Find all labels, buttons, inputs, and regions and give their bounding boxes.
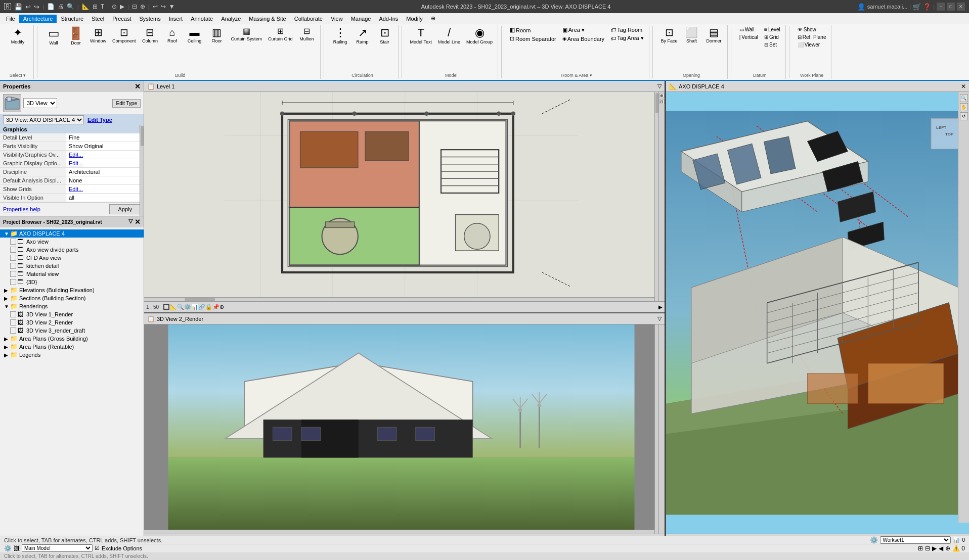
maximize-btn[interactable]: □ <box>947 3 955 11</box>
tb-icon10[interactable]: ⊕ <box>140 3 145 10</box>
close-btn[interactable]: ✕ <box>957 3 965 11</box>
filter-icon[interactable]: ⚙️ <box>4 545 12 552</box>
menu-massing[interactable]: Massing & Site <box>245 15 290 23</box>
status-tools-2[interactable]: ⊟ <box>925 545 930 552</box>
menu-precast[interactable]: Precast <box>108 15 135 23</box>
pb-item-area-gross[interactable]: ▶ 📁 Area Plans (Gross Building) <box>0 335 144 343</box>
by-face-btn[interactable]: ⊡ By Face <box>659 26 680 44</box>
status-tools-3[interactable]: ▶ <box>932 545 937 552</box>
menu-insert[interactable]: Insert <box>165 15 187 23</box>
tb-dropdown[interactable]: ▼ <box>169 3 175 10</box>
apply-button[interactable]: Apply <box>109 204 141 214</box>
pb-item-material[interactable]: 🗔 Material view <box>0 270 144 278</box>
axo-orbit-btn[interactable]: ↺ <box>960 112 968 120</box>
model-group-btn[interactable]: ◉ Model Group <box>464 26 495 45</box>
status-tools-4[interactable]: ◀ <box>939 545 943 552</box>
menu-steel[interactable]: Steel <box>87 15 108 23</box>
status-warning[interactable]: ⚠️ 0 <box>952 545 965 552</box>
tb-icon9[interactable]: ⊟ <box>132 3 137 10</box>
pb-item-legends[interactable]: ▶ 📁 Legends <box>0 351 144 359</box>
axo-3d-content[interactable]: LEFT TOP 🔍 ✋ ↺ <box>666 92 969 534</box>
quick-save[interactable]: 💾 <box>14 3 22 11</box>
railing-btn[interactable]: ⋮ Railing <box>330 26 350 45</box>
properties-scroll[interactable]: Detail Level Fine Parts Visibility Show … <box>0 133 144 202</box>
axo-side-tools[interactable]: 🔍 ✋ ↺ <box>958 92 969 523</box>
mullion-btn[interactable]: ⊟ Mullion <box>297 26 317 42</box>
checkbox-axo-view[interactable] <box>10 239 16 245</box>
menu-manage[interactable]: Manage <box>347 15 375 23</box>
tb-icon12[interactable]: ↪ <box>161 3 166 10</box>
level-btn[interactable]: ≡ Level <box>762 26 782 33</box>
scrollbar-h-thumb[interactable] <box>185 298 215 301</box>
pb-item-render1[interactable]: 🖼 3D View 1_Render <box>0 310 144 318</box>
undo-btn[interactable]: ↩ <box>25 3 31 11</box>
exclude-checkbox[interactable]: ☑ <box>95 545 100 551</box>
wall-datum-btn[interactable]: ▭ Wall <box>737 26 760 33</box>
set-btn[interactable]: ⊟ Set <box>762 41 782 48</box>
menu-analyze[interactable]: Analyze <box>217 15 245 23</box>
tb-icon5[interactable]: ⊞ <box>93 3 98 10</box>
menu-annotate[interactable]: Annotate <box>187 15 217 23</box>
render-scrollbar-h[interactable] <box>144 530 658 534</box>
stair-btn[interactable]: ⊡ Stair <box>375 26 395 45</box>
zoom-tool[interactable]: ⊕ <box>659 93 665 98</box>
room-btn[interactable]: ◧ Room <box>508 26 558 34</box>
checkbox-render1[interactable] <box>10 311 16 317</box>
level1-scrollbar-v[interactable] <box>654 92 658 301</box>
properties-help-link[interactable]: Properties help <box>3 206 40 212</box>
edit-type-button[interactable]: Edit Type <box>112 99 141 108</box>
zoom-out-tool[interactable]: ⊟ <box>659 99 665 104</box>
tb-icon11[interactable]: ↩ <box>153 3 158 10</box>
shaft-btn[interactable]: ⬜ Shaft <box>682 26 702 44</box>
vertical-btn[interactable]: | Vertical <box>737 34 760 40</box>
tb-icon8[interactable]: ▶ <box>120 3 124 10</box>
ramp-btn[interactable]: ↗ Ramp <box>353 26 373 45</box>
redo-btn[interactable]: ↪ <box>34 3 39 11</box>
workset-select[interactable]: Workset1 <box>880 536 951 544</box>
pb-item-render2[interactable]: 🖼 3D View 2_Render <box>0 318 144 326</box>
pb-item-renderings[interactable]: ▼ 📁 Renderings <box>0 302 144 310</box>
model-select[interactable]: Main Model <box>22 544 93 552</box>
grid-btn[interactable]: ⊞ Grid <box>762 34 782 40</box>
menu-custom[interactable]: ⊕ <box>427 14 439 23</box>
checkbox-render2[interactable] <box>10 319 16 325</box>
render-scrollbar-v[interactable] <box>654 324 658 534</box>
pb-item-render3[interactable]: 🖼 3D View 3_render_draft <box>0 326 144 335</box>
checkbox-axo-divide[interactable] <box>10 247 16 253</box>
curtain-grid-btn[interactable]: ⊞ Curtain Grid <box>266 26 295 42</box>
viewer-btn[interactable]: ⬜ Viewer <box>796 41 828 48</box>
edit-type-link[interactable]: Edit Type <box>87 117 112 123</box>
menu-view[interactable]: View <box>327 15 347 23</box>
model-line-btn[interactable]: / Model Line <box>436 26 462 45</box>
menu-file[interactable]: File <box>2 15 19 23</box>
status-icon-2[interactable]: 📊 <box>953 537 960 543</box>
tb-icon2[interactable]: 🖨 <box>58 3 64 10</box>
scroll-right[interactable]: ▶ <box>658 304 663 310</box>
model-text-btn[interactable]: T Model Text <box>408 26 434 45</box>
column-btn[interactable]: ⊟ Column <box>140 26 160 44</box>
status-tools-5[interactable]: ⊕ <box>945 545 950 552</box>
pb-item-axo-view[interactable]: 🗔 Axo view <box>0 238 144 246</box>
axo-pan-btn[interactable]: ✋ <box>960 103 968 111</box>
floor-plan-content[interactable] <box>144 92 658 301</box>
axo-zoom-btn[interactable]: 🔍 <box>960 94 968 102</box>
status-tools-1[interactable]: ⊞ <box>918 545 923 552</box>
floor-btn[interactable]: ▥ Floor <box>207 26 227 44</box>
component-btn[interactable]: ⊡ Component <box>110 26 138 44</box>
pb-expand-icon[interactable]: ▽ <box>128 218 133 226</box>
info-icon[interactable]: 🛒 <box>913 3 921 11</box>
ceiling-btn[interactable]: ▬ Ceiling <box>185 26 205 44</box>
modify-btn[interactable]: ✦ Modify <box>5 26 30 45</box>
properties-scrollbar[interactable] <box>140 125 144 216</box>
minimize-btn[interactable]: − <box>937 3 945 11</box>
render-view-content[interactable] <box>144 324 658 534</box>
pb-item-kitchen[interactable]: 🗔 kitchen detail <box>0 262 144 270</box>
roof-btn[interactable]: ⌂ Roof <box>162 26 183 44</box>
tb-icon1[interactable]: 📄 <box>47 3 55 10</box>
status-icon-1[interactable]: ⚙️ <box>870 536 878 544</box>
render-side-tools[interactable] <box>658 324 665 534</box>
tag-area-btn[interactable]: 🏷 Tag Area ▾ <box>608 34 645 42</box>
area-boundary-btn[interactable]: ◈ Area Boundary <box>560 35 606 42</box>
menu-modify[interactable]: Modify <box>402 15 426 23</box>
tb-icon7[interactable]: ⊙ <box>112 3 117 10</box>
